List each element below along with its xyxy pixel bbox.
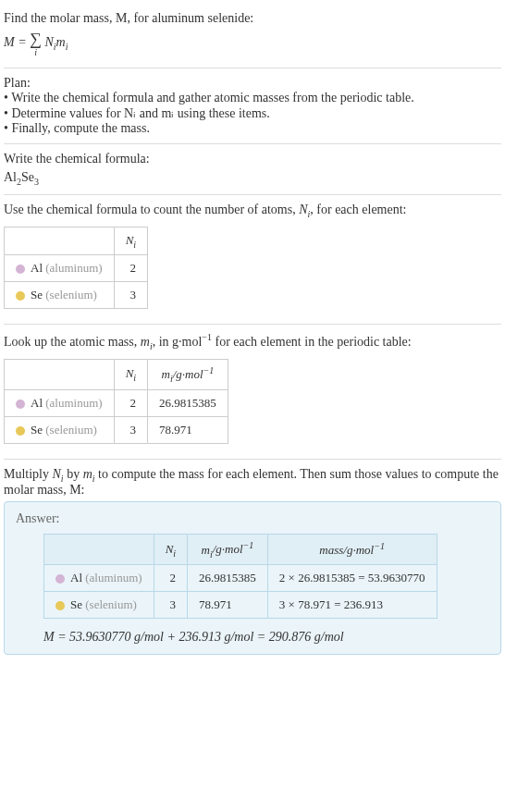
table-row: Se (selenium) 3 78.971 — [5, 416, 228, 443]
element-cell: Se (selenium) — [5, 282, 115, 309]
formula-lhs: M = — [4, 35, 30, 49]
element-dot-icon — [16, 291, 25, 301]
mass-heading: Look up the atomic mass, mi, in g·mol−1 … — [4, 332, 501, 351]
n-cell: 3 — [154, 592, 187, 619]
n-header: Ni — [114, 227, 147, 255]
empty-header — [5, 227, 115, 255]
m-cell: 78.971 — [188, 592, 268, 619]
element-cell: Al (aluminum) — [44, 565, 154, 592]
empty-header — [5, 359, 115, 389]
calc-cell: 2 × 26.9815385 = 53.9630770 — [267, 565, 437, 592]
element-cell: Al (aluminum) — [5, 389, 115, 416]
multiply-var1: Ni — [53, 467, 64, 481]
answer-table: Ni mi/g·mol−1 mass/g·mol−1 Al (aluminum)… — [43, 534, 437, 619]
calc-cell: 3 × 78.971 = 236.913 — [267, 592, 437, 619]
element-cell: Al (aluminum) — [5, 255, 115, 282]
atomic-mass-table: Ni mi/g·mol−1 Al (aluminum) 2 26.9815385… — [4, 359, 228, 444]
plan-section: Plan: • Write the chemical formula and g… — [4, 68, 501, 144]
m-cell: 26.9815385 — [148, 389, 228, 416]
m-cell: 78.971 — [148, 416, 228, 443]
n-header: Ni — [114, 359, 147, 389]
n-cell: 3 — [114, 416, 147, 443]
m-header: mi/g·mol−1 — [148, 359, 228, 389]
count-heading: Use the chemical formula to count the nu… — [4, 203, 501, 219]
mass-heading-var: mi — [141, 335, 153, 349]
n-cell: 2 — [114, 389, 147, 416]
multiply-section: Multiply Ni by mi to compute the mass fo… — [4, 460, 501, 663]
plan-bullet-1: • Write the chemical formula and gather … — [4, 91, 501, 105]
mass-header: mass/g·mol−1 — [267, 535, 437, 565]
element-cell: Se (selenium) — [44, 592, 154, 619]
table-row: Se (selenium) 3 78.971 3 × 78.971 = 236.… — [44, 592, 437, 619]
chem-formula-heading: Write the chemical formula: — [4, 152, 501, 166]
element-dot-icon — [16, 426, 25, 436]
plan-bullet-2: • Determine values for Nᵢ and mᵢ using t… — [4, 105, 501, 121]
formula-rhs: Nimi — [44, 35, 68, 49]
final-answer: M = 53.9630770 g/mol + 236.913 g/mol = 2… — [43, 630, 489, 645]
multiply-text: Multiply Ni by mi to compute the mass fo… — [4, 467, 501, 498]
table-row: Al (aluminum) 2 26.9815385 2 × 26.981538… — [44, 565, 437, 592]
chemical-formula-section: Write the chemical formula: Al2Se3 — [4, 144, 501, 195]
answer-label: Answer: — [16, 511, 489, 526]
chemical-formula: Al2Se3 — [4, 170, 501, 187]
m-header: mi/g·mol−1 — [188, 535, 268, 565]
n-cell: 3 — [114, 282, 147, 309]
n-cell: 2 — [154, 565, 187, 592]
answer-box: Answer: Ni mi/g·mol−1 mass/g·mol−1 Al (a… — [4, 501, 501, 655]
molar-mass-formula: M = ∑i Nimi — [4, 30, 501, 56]
multiply-var2: mi — [83, 467, 95, 481]
table-row: Se (selenium) 3 — [5, 282, 148, 309]
atom-count-section: Use the chemical formula to count the nu… — [4, 195, 501, 325]
intro-section: Find the molar mass, M, for aluminum sel… — [4, 4, 501, 68]
table-header-row: Ni mi/g·mol−1 mass/g·mol−1 — [44, 535, 437, 565]
m-cell: 26.9815385 — [188, 565, 268, 592]
count-heading-var: Ni — [299, 203, 310, 216]
empty-header — [44, 535, 154, 565]
n-header: Ni — [154, 535, 187, 565]
atom-count-table: Ni Al (aluminum) 2 Se (selenium) 3 — [4, 227, 148, 310]
sigma-symbol: ∑i — [30, 30, 42, 56]
n-cell: 2 — [114, 255, 147, 282]
element-dot-icon — [16, 265, 25, 274]
plan-bullet-3: • Finally, compute the mass. — [4, 121, 501, 136]
intro-prompt: Find the molar mass, M, for aluminum sel… — [4, 11, 501, 26]
table-header-row: Ni mi/g·mol−1 — [5, 359, 228, 389]
element-dot-icon — [55, 601, 65, 610]
table-row: Al (aluminum) 2 26.9815385 — [5, 389, 228, 416]
element-dot-icon — [55, 574, 65, 584]
element-cell: Se (selenium) — [5, 416, 115, 443]
table-header-row: Ni — [5, 227, 148, 255]
table-row: Al (aluminum) 2 — [5, 255, 148, 282]
atomic-mass-section: Look up the atomic mass, mi, in g·mol−1 … — [4, 325, 501, 459]
element-dot-icon — [16, 400, 25, 409]
plan-heading: Plan: — [4, 76, 501, 91]
